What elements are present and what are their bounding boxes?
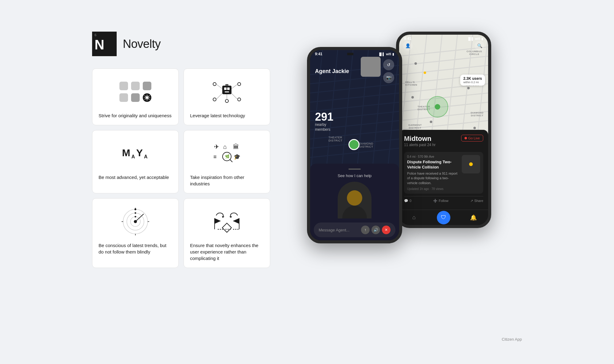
share-action[interactable]: ↗ Share bbox=[470, 199, 483, 203]
page: 6 N Novelty bbox=[92, 19, 522, 345]
svg-line-59 bbox=[399, 65, 488, 75]
nav-home[interactable]: ⌂ bbox=[407, 211, 421, 224]
header: 6 N Novelty bbox=[92, 32, 270, 56]
industries-svg-icon: ✈ ⌂ 🏛 ≡ 🌿 🎓 bbox=[208, 140, 245, 167]
nav-shield[interactable]: 🛡 bbox=[437, 211, 450, 224]
mic-button[interactable]: 🔊 bbox=[371, 226, 380, 234]
search-btn-p2[interactable]: 🔍 bbox=[475, 41, 484, 51]
grid-cell-2 bbox=[131, 82, 140, 90]
keyboard-thumbnail bbox=[361, 57, 381, 77]
green-center-dot bbox=[435, 104, 440, 110]
page-title: Novelty bbox=[123, 37, 161, 51]
svg-rect-1 bbox=[222, 86, 231, 94]
svg-rect-2 bbox=[224, 87, 227, 90]
map2-label-hells: HELL'SKITCHEN bbox=[405, 81, 417, 86]
sheet-handle bbox=[348, 168, 361, 170]
users-count: 2.3K users bbox=[463, 76, 482, 81]
stat-number: 291 bbox=[315, 111, 333, 122]
card-advanced: MAYA Be most advanced, yet acceptable bbox=[92, 130, 179, 193]
svg-point-7 bbox=[238, 83, 241, 86]
action-buttons: ↺ 📷 bbox=[383, 57, 394, 83]
svg-line-58 bbox=[399, 56, 488, 65]
phone2-status-icons: ▐▌▌ wifi ▮ bbox=[467, 37, 483, 41]
notch bbox=[347, 53, 353, 55]
left-panel: 6 N Novelty bbox=[92, 32, 270, 268]
dot-marker-gray-4 bbox=[430, 121, 432, 123]
comments-count: 0 bbox=[410, 199, 411, 203]
avatar-shoulders bbox=[342, 206, 367, 219]
battery-icon-2: ▮ bbox=[481, 37, 483, 41]
map2-label-garment: GARMENTDISTRICT bbox=[408, 124, 422, 129]
incident-actions: 💬 0 ➕ Follow ↗ Share bbox=[404, 196, 483, 203]
video-btn[interactable]: 📷 bbox=[383, 72, 394, 83]
live-dot bbox=[464, 137, 467, 139]
go-live-button[interactable]: Go Live bbox=[461, 135, 483, 141]
signal-icon: ▐▌▌ bbox=[378, 52, 385, 56]
card-label-novelty-ux: Ensure that novelty enhances the user ex… bbox=[190, 242, 264, 261]
phone2-status-bar: 9:41 ▐▌▌ wifi ▮ bbox=[399, 35, 488, 41]
comments-action[interactable]: 💬 0 bbox=[404, 199, 411, 203]
phone1-header: Agent Jackie ↺ 📷 bbox=[315, 57, 394, 83]
agent-name: Agent Jackie bbox=[315, 66, 349, 75]
send-button[interactable]: ↑ bbox=[361, 226, 370, 234]
card-industries: ✈ ⌂ 🏛 ≡ 🌿 🎓 Take i bbox=[184, 130, 270, 193]
see-how-text: See how I can help bbox=[315, 173, 394, 178]
phones-container: THEATERDISTRICT DIAMONDDISTRICT 9:41 ▐▌▌… bbox=[307, 32, 522, 332]
svg-point-30 bbox=[135, 212, 136, 214]
phone2-time: 9:41 bbox=[404, 37, 411, 41]
profile-btn[interactable]: 👤 bbox=[403, 41, 413, 51]
incident-info: 0.4 mi · 570 9th Ave Dispute Following T… bbox=[407, 155, 459, 191]
svg-rect-4 bbox=[225, 91, 229, 92]
phone1-stats: 291 nearbymembers bbox=[315, 111, 333, 132]
agent-avatar bbox=[338, 182, 371, 219]
incident-title: Dispute Following Two-Vehicle Collision bbox=[407, 160, 459, 170]
card-label-originality: Strive for originality and uniqueness bbox=[99, 112, 172, 119]
phone2-header: 👤 🔍 bbox=[403, 41, 484, 51]
svg-rect-5 bbox=[225, 84, 228, 86]
close-button[interactable]: ✕ bbox=[382, 226, 391, 234]
card-novelty-ux: Ensure that novelty enhances the user ex… bbox=[184, 198, 270, 268]
dot-marker-yellow-1 bbox=[424, 72, 426, 74]
starburst-icon bbox=[143, 93, 151, 102]
cards-grid: Strive for originality and uniqueness bbox=[92, 68, 270, 268]
logo-box: 6 N bbox=[92, 32, 117, 56]
card-icon-trends bbox=[99, 205, 172, 238]
card-trends: Be conscious of latest trends, but do no… bbox=[92, 198, 179, 268]
refresh-btn[interactable]: ↺ bbox=[383, 59, 394, 70]
svg-rect-3 bbox=[227, 87, 230, 90]
card-originality: Strive for originality and uniqueness bbox=[92, 68, 179, 125]
card-icon-technology bbox=[190, 75, 264, 109]
location-title: Midtown bbox=[404, 135, 436, 143]
map-label-theater: THEATERDISTRICT bbox=[328, 136, 343, 142]
grid-cell-1 bbox=[119, 82, 128, 90]
card-label-trends: Be conscious of latest trends, but do no… bbox=[99, 242, 172, 255]
phone-2: COLUMBUSCIRCLE HELL'SKITCHEN MIDTOWN THE… bbox=[396, 32, 491, 228]
svg-line-22 bbox=[230, 160, 232, 162]
follow-action[interactable]: ➕ Follow bbox=[433, 199, 449, 203]
nav-bell[interactable]: 🔔 bbox=[467, 211, 480, 224]
svg-point-6 bbox=[213, 83, 216, 86]
svg-text:✈: ✈ bbox=[214, 143, 219, 150]
avatar-head bbox=[347, 190, 362, 206]
app-label: Citizen App bbox=[502, 337, 522, 342]
incident-card: 0.4 mi · 570 9th Ave Dispute Following T… bbox=[404, 152, 483, 194]
radar-svg-icon bbox=[119, 206, 152, 237]
share-label: Share bbox=[474, 199, 483, 203]
svg-line-13 bbox=[216, 93, 222, 99]
svg-point-9 bbox=[238, 98, 241, 101]
follow-label: Follow bbox=[439, 199, 449, 203]
svg-text:≡: ≡ bbox=[213, 154, 217, 160]
phone1-message-bar[interactable]: Message Agent... ↑ 🔊 ✕ bbox=[314, 223, 395, 237]
phone1-time: 9:41 bbox=[315, 52, 322, 56]
comment-icon: 💬 bbox=[404, 199, 408, 203]
phone1-header-actions: ↺ 📷 bbox=[361, 57, 394, 83]
tech-svg-icon bbox=[210, 78, 244, 106]
incident-meta: Updated 1h ago · 78 views bbox=[407, 187, 459, 191]
card-icon-industries: ✈ ⌂ 🏛 ≡ 🌿 🎓 bbox=[190, 137, 264, 170]
phone-2-screen: COLUMBUSCIRCLE HELL'SKITCHEN MIDTOWN THE… bbox=[399, 35, 488, 225]
share-icon: ↗ bbox=[470, 199, 473, 203]
message-placeholder: Message Agent... bbox=[319, 228, 349, 232]
grid-cell-star bbox=[143, 93, 151, 102]
svg-line-14 bbox=[231, 93, 238, 99]
wifi-icon-2: wifi bbox=[475, 37, 480, 41]
